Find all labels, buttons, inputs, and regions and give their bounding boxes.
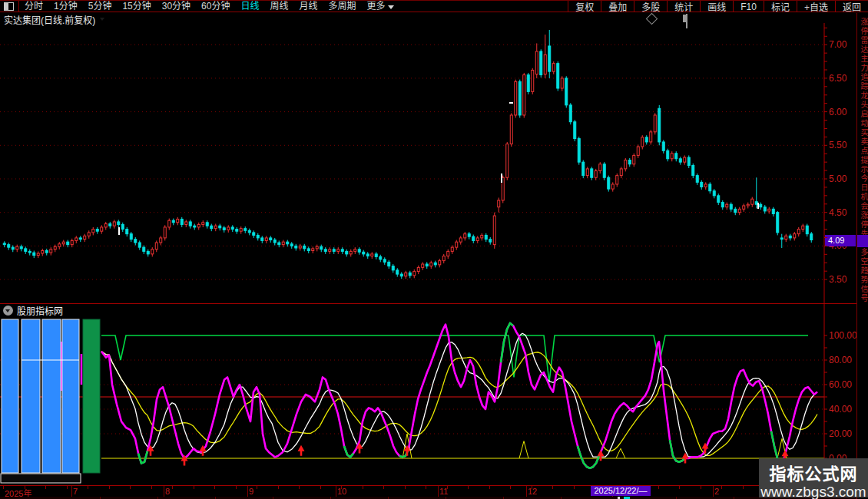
axis-tick: [468, 486, 469, 489]
tool-button[interactable]: 复权: [568, 1, 601, 12]
date-label: 2: [714, 487, 719, 496]
axis-tick: [743, 486, 744, 489]
app-window: 分时1分钟5分钟15分钟30分钟60分钟日线周线月线多周期更多 复权叠加多股统计…: [0, 0, 868, 499]
price-axis-label: 7.00: [829, 39, 856, 50]
month-divider: [336, 486, 336, 497]
cursor-date-badge: 2025/12/22/—: [591, 486, 651, 496]
period-button[interactable]: 15分钟: [117, 1, 156, 12]
axis-tick: [552, 486, 553, 489]
month-divider: [71, 486, 72, 497]
period-button[interactable]: 60分钟: [196, 1, 235, 12]
axis-tick: [721, 486, 722, 489]
axis-tick: [130, 486, 131, 489]
period-buttons: 分时1分钟5分钟15分钟30分钟60分钟日线周线月线多周期更多: [0, 1, 399, 12]
indicator-axis-label: 60.00: [829, 379, 856, 390]
axis-tick: [299, 486, 300, 489]
diamond-icon[interactable]: [646, 13, 658, 25]
period-button[interactable]: 1分钟: [48, 1, 83, 12]
period-button[interactable]: 分时: [19, 1, 48, 12]
tool-buttons: 复权叠加多股统计画线F10标记+自选返回: [568, 1, 868, 12]
month-divider: [713, 486, 714, 497]
axis-tick: [194, 486, 194, 489]
date-label: 8: [165, 487, 170, 496]
panel-separator[interactable]: [0, 303, 868, 304]
period-button[interactable]: 多周期: [323, 1, 362, 12]
chevron-down-circle-icon[interactable]: [3, 306, 13, 316]
candlestick-chart[interactable]: [0, 25, 826, 304]
tool-button[interactable]: F10: [733, 1, 764, 12]
date-axis[interactable]: 2025年78910111222025/12/22/—: [0, 485, 868, 496]
last-price-badge: 4.09: [825, 235, 856, 246]
axis-tick: [45, 486, 46, 489]
price-axis-label: 6.00: [829, 107, 856, 117]
period-button[interactable]: 周线: [264, 1, 293, 12]
tool-button[interactable]: +自选: [797, 1, 835, 12]
period-button[interactable]: 30分钟: [157, 1, 196, 12]
title-row: 实达集团(日线.前复权): [0, 13, 854, 25]
tool-button[interactable]: 标记: [764, 1, 797, 12]
indicator-axis-label: 80.00: [829, 355, 856, 365]
axis-tick: [383, 486, 384, 489]
axis-tick: [172, 486, 173, 489]
date-label: 7: [73, 487, 78, 496]
price-axis-label: 6.50: [829, 73, 856, 84]
axis-tick: [214, 486, 215, 489]
indicator-name: 股朋指标网: [17, 304, 63, 317]
tool-button[interactable]: 统计: [667, 1, 700, 12]
price-axis-label: 5.50: [829, 140, 856, 150]
date-label: 12: [528, 487, 537, 496]
price-axis-label: 5.00: [829, 173, 856, 184]
period-button[interactable]: 日线: [235, 1, 264, 12]
month-divider: [438, 486, 439, 497]
month-divider: [247, 486, 248, 497]
right-axis: [820, 23, 830, 496]
period-button[interactable]: 5分钟: [83, 1, 118, 12]
date-label: 9: [249, 487, 253, 496]
axis-tick: [3, 486, 4, 489]
watermark-url: www.zbgs3.com: [759, 484, 868, 499]
axis-tick: [574, 486, 575, 489]
period-button[interactable]: 月线: [294, 1, 323, 12]
axis-tick: [510, 486, 511, 489]
axis-tick: [701, 486, 701, 489]
axis-tick: [151, 486, 152, 489]
month-divider: [526, 486, 527, 497]
axis-tick: [363, 486, 363, 489]
period-button[interactable]: 更多: [362, 1, 399, 12]
period-button-group: 分时1分钟5分钟15分钟30分钟60分钟日线周线月线多周期更多: [19, 1, 399, 12]
month-divider: [164, 486, 164, 497]
axis-tick: [109, 486, 110, 489]
date-label: 10: [337, 487, 346, 496]
period-toolbar: 分时1分钟5分钟15分钟30分钟60分钟日线周线月线多周期更多 复权叠加多股统计…: [0, 0, 868, 12]
indicator-axis-label: 20.00: [829, 428, 856, 439]
axis-tick: [489, 486, 490, 489]
axis-tick: [236, 486, 237, 489]
date-label: 11: [439, 487, 448, 496]
right-strip-vertical-text: 涨停雷达主力追踪龙头启动买卖点提示今日机会涨停先机多空趋势信号: [860, 18, 868, 303]
axis-tick: [679, 486, 680, 489]
watermark: 指标公式网 www.zbgs3.com: [759, 458, 868, 497]
axis-tick: [67, 486, 68, 489]
price-axis-label: 3.50: [829, 274, 856, 285]
axis-tick: [257, 486, 257, 489]
right-side-strip[interactable]: 涨停雷达主力追踪龙头启动买卖点提示今日机会涨停先机多空趋势信号: [856, 13, 868, 499]
axis-tick: [88, 486, 88, 489]
indicator-label-row: 股朋指标网: [3, 305, 63, 316]
chevron-down-icon: [388, 5, 394, 9]
window-layout-icon[interactable]: [4, 2, 14, 11]
indicator-chart[interactable]: [0, 316, 826, 485]
tool-button[interactable]: 叠加: [601, 1, 634, 12]
axis-tick: [405, 486, 406, 489]
watermark-title: 指标公式网: [759, 460, 868, 484]
tool-button[interactable]: 画线: [700, 1, 733, 12]
indicator-axis-label: 100.00: [829, 330, 856, 341]
indicator-axis-label: 40.00: [829, 404, 856, 415]
tool-button[interactable]: 返回: [835, 1, 868, 12]
axis-tick: [320, 486, 321, 489]
axis-tick: [426, 486, 426, 489]
right-strip-price-marker: [857, 235, 868, 247]
price-axis-label: 4.50: [829, 207, 856, 218]
axis-tick: [658, 486, 659, 489]
axis-tick: [278, 486, 279, 489]
tool-button[interactable]: 多股: [634, 1, 667, 12]
